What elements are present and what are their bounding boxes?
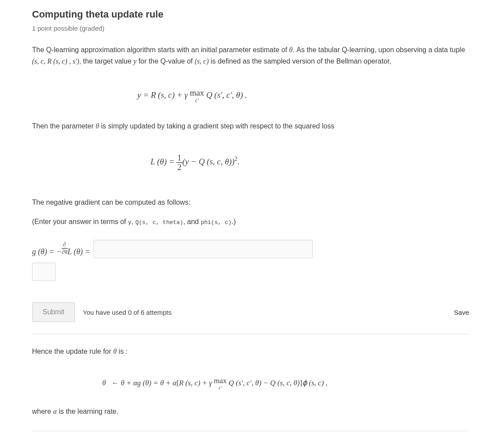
eq3-max-bot: c′: [214, 385, 226, 390]
prefix-partial-num: ∂: [62, 242, 68, 249]
eq1-max-top: max: [190, 89, 204, 97]
p5-text-b: is the learning rate.: [57, 408, 118, 415]
divider-1: [32, 334, 469, 334]
secondary-input[interactable]: [32, 263, 56, 281]
paragraph-3: The negative gradient can be computed as…: [32, 197, 469, 208]
hint-and: , and: [183, 218, 201, 225]
eq1-rhs: Q (s′, c′, θ) .: [204, 90, 247, 100]
sc-math: (s, c): [195, 57, 209, 65]
equation-update: θ ← θ + αg (θ) = θ + α[R (s, c) + γ maxc…: [32, 361, 469, 406]
p4-text-a: Hence the update rule for: [32, 348, 113, 355]
eq3-c: Q (s′, c′, θ) − Q (s, c, θ): [227, 379, 300, 387]
paragraph-5: where α is the learning rate.: [32, 406, 469, 417]
paragraph-2: Then the parameter θ is simply updated b…: [32, 121, 469, 132]
p1-text-a: The Q-learning approximation algorithm s…: [32, 46, 289, 53]
p4-text-b: is :: [117, 348, 128, 355]
save-link[interactable]: Save: [454, 309, 469, 316]
eq3-a: θ + αg (θ) = θ + α: [119, 379, 176, 387]
equation-loss: L (θ) = 12(y − Q (s, c, θ))2.: [32, 136, 469, 189]
hint-line: (Enter your answer in terms of y, Q(s, c…: [32, 216, 469, 228]
submit-button[interactable]: Submit: [32, 302, 75, 322]
p1-text-b: . As the tabular Q-learning, upon observ…: [293, 46, 465, 53]
tuple-math: (s, c, R (s, c) , s′): [32, 57, 79, 65]
p1-text-d: for the Q-value of: [136, 57, 195, 65]
eq2-num: 1: [176, 153, 183, 163]
submit-row: Submit You have used 0 of 6 attempts Sav…: [32, 302, 469, 322]
p1-text-e: is defined as the sampled version of the…: [209, 57, 391, 65]
eq3-arrow: ←: [111, 379, 119, 387]
hint-end: .): [232, 218, 236, 225]
eq2-lhs: L (θ) =: [150, 156, 176, 166]
prefix-g: g (θ) = −: [32, 247, 62, 256]
eq2-half: 12: [176, 153, 183, 171]
eq2-end: .: [237, 156, 240, 166]
p1-text-c: , the target value: [79, 57, 133, 65]
equation-target-y: y = R (s, c) + γ maxc′ Q (s′, c′, θ) .: [32, 71, 469, 121]
answer-input[interactable]: [93, 240, 313, 258]
theta-inline-3: θ: [113, 348, 117, 355]
hint-a: (Enter your answer in terms of: [32, 218, 128, 225]
divider-2: [32, 430, 469, 431]
eq3-max-top: max: [214, 377, 226, 384]
eq1-max: maxc′: [190, 89, 204, 103]
eq3-max: maxc′: [214, 377, 226, 390]
eq1-max-bot: c′: [190, 98, 204, 103]
theta-inline: θ: [289, 46, 293, 53]
points-label: 1 point possible (graded): [32, 25, 469, 32]
eq3-theta: θ: [102, 379, 106, 387]
paragraph-4: Hence the update rule for θ is :: [32, 346, 469, 357]
attempts-text: You have used 0 of 6 attempts: [83, 309, 446, 316]
answer-prefix: g (θ) = −∂∂θL (θ) =: [32, 242, 90, 256]
eq3-d: ϕ (s, c) ,: [302, 379, 328, 387]
prefix-partial-den: ∂θ: [62, 249, 68, 255]
p5-text-a: where: [32, 408, 53, 415]
prefix-partial: ∂∂θ: [62, 242, 68, 255]
answer-row: g (θ) = −∂∂θL (θ) =: [32, 240, 469, 258]
paragraph-1: The Q-learning approximation algorithm s…: [32, 44, 469, 68]
hint-term-2: Q(s, c, theta): [135, 219, 183, 226]
prefix-L: L (θ) =: [68, 247, 90, 256]
p2-text-a: Then the parameter: [32, 122, 96, 130]
eq2-mid: (y − Q (s, c, θ)): [183, 156, 235, 166]
hint-term-3: phi(s, c): [201, 219, 232, 226]
eq2-den: 2: [176, 163, 183, 171]
eq1-lhs: y = R (s, c) + γ: [137, 90, 190, 100]
hint-term-1: y: [128, 219, 132, 226]
p2-text-b: is simply updated by taking a gradient s…: [99, 122, 334, 130]
eq3-b: R (s, c) + γ: [179, 379, 214, 387]
problem-title: Computing theta update rule: [32, 9, 469, 20]
theta-inline-2: θ: [96, 122, 99, 130]
